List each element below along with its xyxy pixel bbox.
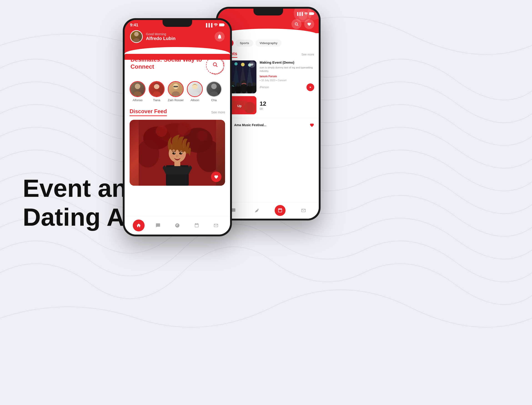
discover-see-more[interactable]: See more	[211, 110, 225, 114]
phone1-body: 9:41 ▐▐▐	[123, 18, 232, 236]
svg-point-4	[213, 63, 216, 66]
svg-rect-1	[224, 24, 225, 26]
phone2-bottom-nav	[218, 202, 319, 219]
nav-home[interactable]	[133, 220, 145, 231]
user-avatar	[130, 30, 143, 43]
user-info-row: Good Morning Alfredo Lubin	[125, 28, 230, 47]
nav-chat[interactable]	[152, 220, 164, 231]
phone2-notch	[253, 9, 283, 15]
avatar-inner	[131, 31, 142, 42]
person-name-alfonso: Alfonso	[133, 98, 142, 102]
event-card-2[interactable]: Up 12 08:	[222, 96, 314, 114]
deco-circle-3	[298, 11, 307, 20]
feed-image-inner	[130, 120, 225, 186]
svg-point-27	[181, 153, 182, 153]
person-avatar-zain	[168, 81, 184, 97]
svg-point-28	[170, 154, 174, 157]
feed-image-card[interactable]	[130, 120, 225, 186]
event-desc-1: sum is simply dummy text of ing and type…	[260, 66, 314, 73]
svg-line-5	[216, 66, 218, 67]
phone-notch	[163, 20, 192, 27]
status-icons: ▐▐▐	[205, 23, 225, 27]
discover-feed-header: Discover Feed See more	[130, 108, 225, 116]
user-left: Good Morning Alfredo Lubin	[130, 30, 176, 43]
svg-point-48	[236, 82, 240, 87]
svg-point-19	[177, 122, 191, 136]
bottom-event-row[interactable]: Ama Music Festival...	[218, 118, 319, 132]
svg-text:Up: Up	[237, 104, 242, 108]
svg-point-6	[135, 84, 140, 89]
person-name-tiana: Tiana	[153, 98, 160, 102]
svg-point-50	[248, 82, 252, 87]
greeting-text: Good Morning	[146, 32, 176, 36]
phone2-wave	[218, 29, 319, 33]
person-avatar-cha	[206, 81, 222, 97]
pill-sports[interactable]: Sports	[236, 40, 253, 47]
svg-point-29	[180, 154, 185, 157]
nav-compass[interactable]	[171, 220, 183, 231]
nav-calendar[interactable]	[191, 220, 203, 231]
event-price-row: /Person	[260, 83, 314, 91]
person-name-allison: Allison	[191, 98, 199, 102]
svg-point-51	[252, 82, 256, 86]
event-details-1: Making Event (Demo) sum is simply dummy …	[260, 61, 314, 93]
events-header-row: Events See more	[222, 51, 314, 58]
svg-point-32	[295, 23, 298, 25]
event-meta-1: • 10 July 2023 • Concert	[260, 79, 314, 81]
svg-point-20	[197, 131, 207, 141]
signal-icon: ▐▐▐	[205, 23, 212, 27]
user-text: Good Morning Alfredo Lubin	[146, 32, 176, 41]
phone2-screen: ▐▐▐ s	[218, 9, 319, 219]
bottom-event-name: Ama Music Festival...	[234, 123, 307, 127]
event-location-1: lanum Forum	[260, 75, 314, 78]
svg-point-11	[211, 84, 217, 89]
person-name-zain: Zain Rosser	[168, 98, 184, 102]
phone2-nav-calendar-active[interactable]	[275, 205, 286, 216]
person-item[interactable]: Tiana	[149, 81, 165, 102]
phone2-nav-message[interactable]	[298, 205, 309, 216]
pill-videography[interactable]: Videography	[256, 40, 282, 47]
svg-point-49	[241, 80, 246, 85]
events-see-more[interactable]: See more	[301, 53, 314, 56]
event-2-price: 12	[260, 100, 266, 107]
event-name-1: Making Event (Demo)	[260, 61, 314, 65]
category-pills-row: All Sports Videography	[218, 33, 319, 49]
event-arrow-btn[interactable]	[307, 83, 314, 91]
notification-bell[interactable]	[215, 32, 225, 42]
person-name-cha: Cha	[211, 98, 217, 102]
bottom-event-heart[interactable]	[310, 123, 314, 127]
wifi-icon	[214, 23, 218, 27]
person-avatar-tiana	[149, 81, 165, 97]
search-icon-center	[212, 62, 218, 69]
people-row: Alfonso Tiana	[130, 81, 225, 102]
person-item[interactable]: Allison	[187, 81, 203, 102]
person-avatar-alfonso	[130, 81, 145, 97]
phone-content-area: Desimates: Social Way to Connect Connect…	[125, 54, 230, 186]
svg-rect-9	[173, 86, 178, 87]
svg-point-2	[134, 32, 139, 36]
svg-rect-0	[219, 24, 224, 26]
person-item[interactable]: Cha	[206, 81, 222, 102]
event-price: /Person	[260, 86, 269, 89]
feed-heart-button[interactable]	[211, 172, 221, 182]
bottom-nav	[125, 216, 230, 235]
person-avatar-allison	[187, 81, 203, 97]
discover-feed-title: Discover Feed	[130, 108, 167, 116]
person-item[interactable]: Alfonso	[130, 81, 145, 102]
battery-icon	[219, 23, 225, 27]
svg-point-18	[156, 125, 167, 137]
event-2-time: 08:	[260, 107, 266, 110]
phone2-nav-leaf[interactable]	[251, 205, 262, 216]
event-card-1[interactable]: Making Event (Demo) sum is simply dummy …	[222, 61, 314, 93]
discover-feed-section: Discover Feed See more	[130, 108, 225, 186]
user-name-text: Alfredo Lubin	[146, 36, 176, 41]
phone1-container: 9:41 ▐▐▐	[123, 18, 232, 236]
nav-message[interactable]	[210, 220, 222, 231]
events-section: Events See more	[218, 49, 319, 118]
svg-line-33	[297, 25, 298, 26]
person-item[interactable]: Zain Rosser	[168, 81, 184, 102]
phone1-screen: 9:41 ▐▐▐	[125, 20, 230, 235]
event-2-info: 12 08:	[260, 96, 314, 114]
svg-point-26	[174, 153, 175, 153]
connect-now-badge[interactable]: Connect Now • Connect Now •	[206, 56, 224, 74]
